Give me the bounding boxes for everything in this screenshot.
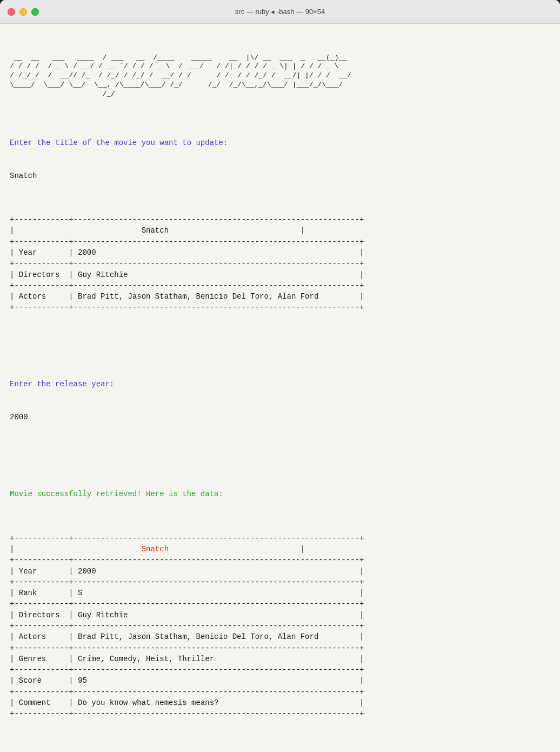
- prompt1-label: Enter the title of the movie you want to…: [10, 138, 228, 147]
- titlebar: src — ruby ◂ -bash — 90×54: [0, 0, 560, 24]
- terminal-window: src — ruby ◂ -bash — 90×54 __ __ ___ ___…: [0, 0, 560, 752]
- prompt2-label: Enter the release year:: [10, 380, 114, 388]
- blank-line2: [10, 445, 550, 456]
- table2: +------------+--------------------------…: [10, 533, 550, 720]
- close-button[interactable]: [8, 8, 15, 16]
- ascii-line: __ __ ___ ____ / ___ __ /____ _____ __ |…: [10, 54, 351, 98]
- ascii-art: __ __ ___ ____ / ___ __ /____ _____ __ |…: [10, 54, 550, 99]
- prompt2-text: Enter the release year:: [10, 379, 550, 390]
- minimize-button[interactable]: [19, 8, 27, 16]
- prompt1-input: Snatch: [10, 170, 550, 181]
- traffic-lights: [8, 8, 39, 16]
- success-message: Movie successfully retrieved! Here is th…: [10, 489, 550, 499]
- maximize-button[interactable]: [31, 8, 39, 16]
- table1: +------------+--------------------------…: [10, 214, 550, 313]
- prompt1-text: Enter the title of the movie you want to…: [10, 137, 550, 148]
- terminal-body[interactable]: __ __ ___ ____ / ___ __ /____ _____ __ |…: [0, 24, 560, 752]
- blank-line1: [10, 346, 550, 357]
- table2-title-cell: Snatch: [14, 545, 300, 553]
- table1-title-cell: Snatch: [14, 226, 300, 235]
- success-text: Movie successfully retrieved! Here is th…: [10, 490, 223, 498]
- window-title: src — ruby ◂ -bash — 90×54: [235, 8, 325, 16]
- prompt2-input: 2000: [10, 412, 550, 423]
